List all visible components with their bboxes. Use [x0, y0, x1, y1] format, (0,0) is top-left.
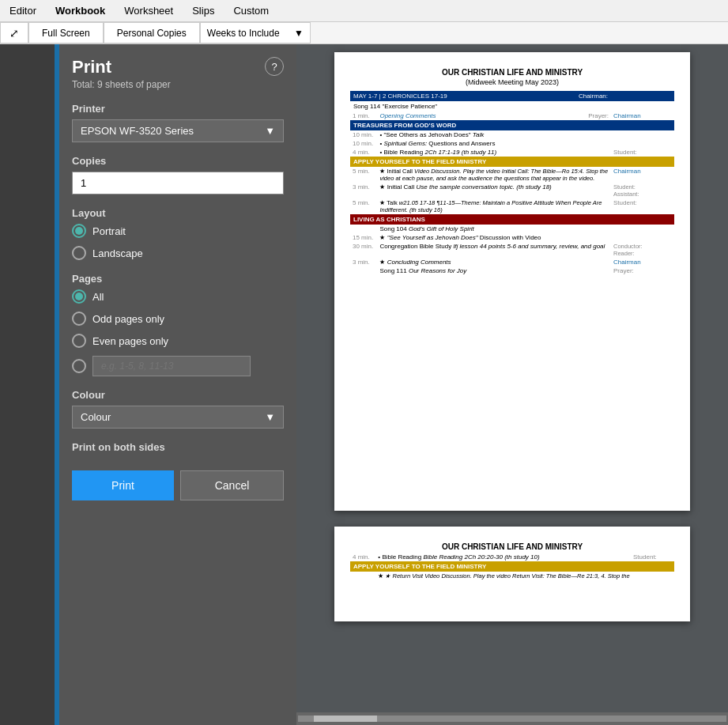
p2-section-title: APPLY YOURSELF TO THE FIELD MINISTRY — [350, 561, 674, 572]
preview-scroll[interactable]: OUR CHRISTIAN LIFE AND MINISTRY (Midweek… — [296, 44, 728, 712]
layout-section: Layout Portrait Landscape — [72, 207, 284, 260]
layout-label: Layout — [72, 207, 284, 219]
l4-right: Chairman — [611, 258, 674, 266]
pages-label: Pages — [72, 273, 284, 285]
copies-label: Copies — [72, 155, 284, 167]
opening-time: 1 min. — [350, 111, 377, 120]
copies-section: Copies — [72, 155, 284, 194]
scroll-track — [298, 716, 726, 722]
l2-text: ★ "See Yourself as Jehovah Does" Discuss… — [377, 233, 611, 242]
a1-right: Chairman — [611, 167, 674, 183]
l5-text: Song 111 Our Reasons for Joy — [377, 266, 611, 275]
all-radio-circle — [72, 289, 86, 304]
colour-dropdown[interactable]: Colour ▼ — [72, 406, 284, 429]
header-chairman-cell: Chairman: — [526, 91, 611, 101]
document-page-2: OUR CHRISTIAN LIFE AND MINISTRY 4 min. •… — [334, 527, 690, 621]
t1-time: 10 min. — [350, 130, 377, 139]
a3-time: 5 min. — [350, 198, 377, 214]
layout-portrait[interactable]: Portrait — [72, 224, 284, 238]
living-row-4: 3 min. ★ Concluding Comments Chairman — [350, 258, 674, 266]
printer-chevron-icon: ▼ — [265, 125, 275, 137]
layout-options: Portrait Landscape — [72, 224, 284, 260]
copies-input[interactable] — [72, 172, 284, 194]
a3-right: Student: — [611, 198, 674, 214]
menu-bar: Editor Workbook Worksheet Slips Custom — [0, 0, 728, 22]
scroll-thumb[interactable] — [314, 716, 377, 722]
l3-right: Conductor:Reader: — [611, 242, 674, 258]
full-screen-button[interactable]: Full Screen — [28, 22, 104, 43]
treasures-row-2: 10 min. • Spiritual Gems: Questions and … — [350, 139, 674, 148]
opening-link: Opening Comments — [379, 112, 436, 119]
cancel-button[interactable]: Cancel — [180, 470, 284, 500]
colour-section: Colour Colour ▼ — [72, 389, 284, 429]
p2-right: Student: — [631, 553, 674, 561]
main-layout: Print Total: 9 sheets of paper ? Printer… — [0, 44, 728, 725]
panel-title: Print — [72, 57, 171, 77]
pages-odd[interactable]: Odd pages only — [72, 312, 284, 326]
printer-dropdown[interactable]: EPSON WF-3520 Series ▼ — [72, 119, 284, 142]
treasures-row-1: 10 min. • "See Others as Jehovah Does" T… — [350, 130, 674, 139]
p2-text: • Bible Reading Bible Reading 2Ch 20:20-… — [375, 553, 631, 561]
even-label: Even pages only — [92, 335, 168, 347]
toolbar: ⤢ Full Screen Personal Copies Weeks to I… — [0, 22, 728, 44]
header-date-cell: MAY 1-7 | 2 CHRONICLES 17-19 — [350, 91, 526, 101]
apply-row-1: 5 min. ★ Initial Call Video Discussion. … — [350, 167, 674, 183]
song-cell: Song 114 "Exercise Patience" — [350, 101, 674, 111]
odd-radio-circle — [72, 312, 86, 326]
menu-workbook[interactable]: Workbook — [52, 3, 108, 18]
apply-row-2: 3 min. ★ Initial Call Use the sample con… — [350, 183, 674, 198]
button-row: Print Cancel — [72, 470, 284, 500]
both-sides-section: Print on both sides — [72, 441, 284, 458]
song-row: Song 114 "Exercise Patience" — [350, 101, 674, 111]
header-row: MAY 1-7 | 2 CHRONICLES 17-19 Chairman: — [350, 91, 674, 101]
p2-section-header: APPLY YOURSELF TO THE FIELD MINISTRY — [350, 561, 674, 572]
panel-subtitle: Total: 9 sheets of paper — [72, 79, 171, 90]
treasures-row-3: 4 min. • Bible Reading 2Ch 17:1-19 (th s… — [350, 148, 674, 157]
l5-right: Prayer: — [611, 266, 674, 275]
doc-subtitle: (Midweek Meeting May 2023) — [350, 78, 674, 86]
p2-apply-text: ★ ★ Return Visit Video Discussion. Play … — [375, 572, 674, 580]
meeting-table: MAY 1-7 | 2 CHRONICLES 17-19 Chairman: S… — [350, 91, 674, 275]
even-radio-circle — [72, 334, 86, 348]
personal-copies-button[interactable]: Personal Copies — [104, 22, 200, 43]
colour-label: Colour — [72, 389, 284, 401]
opening-comments-row: 1 min. Opening Comments Prayer: Chairman — [350, 111, 674, 120]
header-name-cell — [611, 91, 674, 101]
song-text: Song 114 "Exercise Patience" — [353, 103, 437, 110]
l3-time: 30 min. — [350, 242, 377, 258]
pages-options: All Odd pages only Even pages only — [72, 289, 284, 376]
weeks-chevron-icon: ▼ — [294, 28, 304, 39]
menu-worksheet[interactable]: Worksheet — [121, 3, 176, 18]
l2-right — [611, 233, 674, 242]
p2-apply-time — [350, 572, 375, 580]
menu-slips[interactable]: Slips — [189, 3, 217, 18]
living-row-3: 30 min. Congregation Bible Study lfj les… — [350, 242, 674, 258]
living-row-5: Song 111 Our Reasons for Joy Prayer: — [350, 266, 674, 275]
pages-custom-input[interactable] — [92, 356, 251, 376]
horizontal-scrollbar[interactable] — [296, 712, 728, 725]
l2-time: 15 min. — [350, 233, 377, 242]
menu-editor[interactable]: Editor — [6, 3, 40, 18]
panel-header: Print Total: 9 sheets of paper ? — [72, 57, 284, 90]
printer-section: Printer EPSON WF-3520 Series ▼ — [72, 103, 284, 142]
layout-landscape[interactable]: Landscape — [72, 246, 284, 260]
opening-label-cell: Opening Comments — [377, 111, 526, 120]
pages-section: Pages All Odd pages only Even pages only — [72, 273, 284, 376]
print-panel: Print Total: 9 sheets of paper ? Printer… — [59, 44, 296, 725]
doc-title: OUR CHRISTIAN LIFE AND MINISTRY — [350, 68, 674, 77]
l3-text: Congregation Bible Study lfj lesson 44 p… — [377, 242, 611, 258]
living-row-1: Song 104 God's Gift of Holy Spirit — [350, 225, 674, 233]
pages-even[interactable]: Even pages only — [72, 334, 284, 348]
pages-all[interactable]: All — [72, 289, 284, 304]
t3-time: 4 min. — [350, 148, 377, 157]
help-button[interactable]: ? — [265, 57, 284, 76]
apply-row-3: 5 min. ★ Talk w21.05 17-18 ¶11-15—Theme:… — [350, 198, 674, 214]
expand-button[interactable]: ⤢ — [0, 22, 28, 43]
t3-right: Student: — [611, 148, 674, 157]
menu-custom[interactable]: Custom — [230, 3, 272, 18]
t2-right — [611, 139, 674, 148]
weeks-to-include-dropdown[interactable]: Weeks to Include ▼ — [200, 22, 311, 43]
a2-right: Student:Assistant: — [611, 183, 674, 198]
sidebar-accent — [55, 44, 59, 725]
print-button[interactable]: Print — [72, 470, 174, 500]
